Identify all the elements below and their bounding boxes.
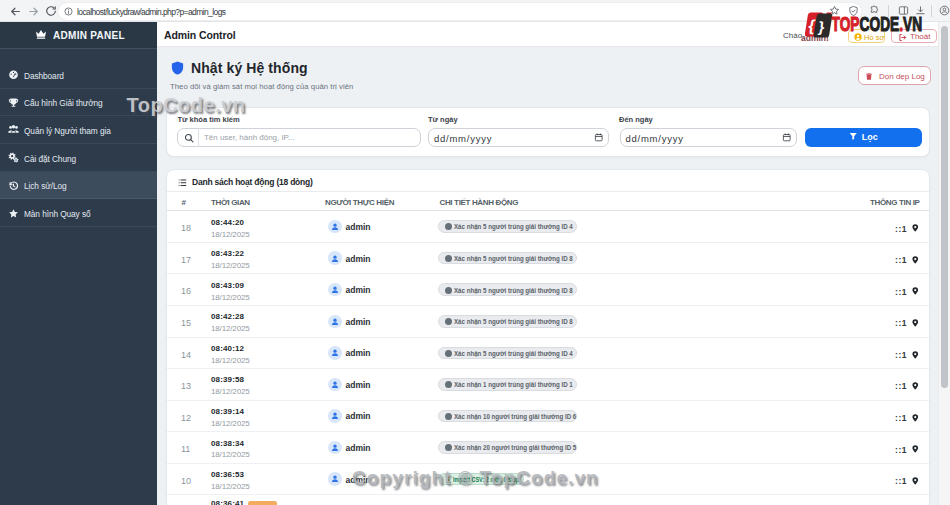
svg-text:TOPCODE.VN: TOPCODE.VN xyxy=(832,12,923,36)
